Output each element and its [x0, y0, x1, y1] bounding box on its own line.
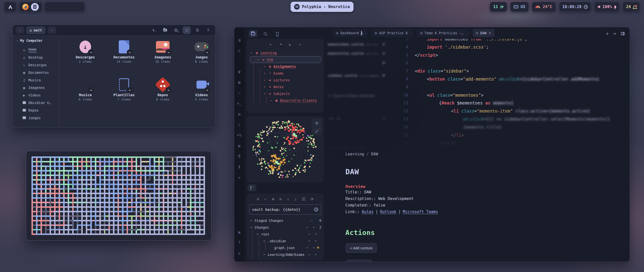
refresh-icon[interactable]: ⟳: [311, 197, 314, 201]
push-icon[interactable]: ↑: [287, 197, 289, 201]
dashboard-icon[interactable]: ▦: [234, 77, 244, 88]
help-icon[interactable]: ?: [234, 237, 244, 248]
breadcrumb[interactable]: Learning/DAW: [345, 152, 615, 156]
notifications-widget[interactable]: 24: [623, 2, 640, 12]
tab-files[interactable]: [249, 30, 257, 37]
link-aules[interactable]: Aules: [362, 210, 374, 214]
new-note-icon[interactable]: ✎: [269, 43, 271, 47]
sidebar-item[interactable]: Juegos: [17, 114, 59, 122]
tree-item[interactable]: ▸ ≡ Notes: [249, 83, 322, 90]
discard-icon[interactable]: ↶: [308, 253, 310, 256]
new-tab-button[interactable]: +: [606, 31, 609, 36]
discard-icon[interactable]: ↶: [308, 239, 310, 243]
git-tree-row[interactable]: graph.json ↶ + M: [249, 244, 321, 251]
vault-icon[interactable]: ▣: [234, 227, 244, 237]
link-teams[interactable]: Microsoft Teams: [403, 210, 438, 214]
folder-item[interactable]: ↪ Documentos 14 items: [105, 39, 143, 77]
stage-icon[interactable]: +: [315, 253, 317, 256]
stage-icon[interactable]: +: [313, 225, 315, 229]
folder-item[interactable]: ↪ Juegos 8 items: [182, 39, 216, 77]
folder-item[interactable]: ↪ Plantillas 7 items: [105, 77, 143, 115]
templater-icon[interactable]: <%: [234, 130, 244, 141]
sidebar-section-header[interactable]: ▾ My Computer: [17, 39, 59, 43]
editor-tab[interactable]: ▤ ASP Practice 6: [371, 29, 413, 37]
tools-icon[interactable]: ⚒: [234, 172, 244, 183]
tree-item[interactable]: ▸ ▦ Desarrollo-Cliente: [249, 97, 322, 104]
gamepad-icon[interactable]: ▣: [234, 141, 244, 151]
discard-icon[interactable]: ↶: [308, 232, 310, 236]
sidebar-item[interactable]: ▤ Documentos: [17, 69, 59, 76]
folder-item[interactable]: ↪ Musica 6 items: [66, 77, 104, 115]
toggle-right-sidebar-icon[interactable]: [621, 32, 625, 35]
view-grid-button[interactable]: ∷: [183, 26, 191, 34]
editor-tab[interactable]: ▤ Tema 6 Prácticas -…: [417, 29, 469, 37]
book-icon[interactable]: ▯: [234, 119, 244, 130]
folder-item[interactable]: ↪ Videos 4 items: [182, 77, 216, 115]
forward-button[interactable]: ›: [48, 27, 56, 34]
folder-item[interactable]: ↪ Descargas 2 items: [66, 39, 104, 77]
home-icon[interactable]: ⌂: [234, 45, 244, 56]
now-playing-widget[interactable]: Polyphia - Neurotica: [291, 2, 353, 12]
updates-widget[interactable]: 11 ⟳: [490, 2, 507, 12]
git-tree-row[interactable]: ▾ Changes ↶ + 2: [249, 224, 321, 231]
editor-tab[interactable]: ▤ Dashboard: [333, 29, 368, 37]
tree-item[interactable]: ▾ ◆ DAW: [249, 56, 322, 63]
sidebar-item[interactable]: ♫ Musica: [17, 76, 59, 84]
view-compact-button[interactable]: ⠿: [204, 26, 212, 34]
collapse-all-icon[interactable]: ✕: [299, 43, 301, 46]
git-panel-tab[interactable]: [247, 184, 256, 191]
tab-bookmarks[interactable]: [273, 30, 281, 37]
table-icon[interactable]: ▤: [234, 109, 244, 119]
sort-icon[interactable]: ⇅: [289, 43, 291, 47]
graph-icon[interactable]: ψ: [234, 66, 244, 77]
search-icon[interactable]: [234, 56, 244, 66]
firefox-icon[interactable]: [22, 4, 29, 10]
tree-item[interactable]: ▾ ◎ Subjects: [249, 90, 322, 97]
git-tree-row[interactable]: ▾ Learning/DAW/Exams ↶ +: [249, 251, 321, 258]
launcher-button[interactable]: [4, 2, 17, 12]
terminal-icon[interactable]: >_: [234, 98, 244, 109]
tab-close-icon[interactable]: ×: [489, 31, 491, 35]
open-terminal-button[interactable]: $_: [150, 26, 158, 34]
discard-icon[interactable]: ↶: [306, 225, 308, 229]
sidebar-item[interactable]: ⌂ Desktop: [17, 54, 59, 61]
back-button[interactable]: ‹: [16, 27, 24, 34]
search-button[interactable]: [172, 26, 180, 34]
tree-item[interactable]: ▾ ▨ Learning: [249, 49, 322, 56]
changes-icon[interactable]: ☰: [302, 197, 305, 201]
tab-list-chevron-icon[interactable]: [613, 32, 616, 35]
file-manager-window[interactable]: ‹ ⌂ matt › $_ ∷ ☰ ⠿ ▾ My Computer ⌂: [12, 25, 216, 127]
stage-icon[interactable]: +: [315, 239, 317, 243]
sidebar-item[interactable]: ▶ Videos: [17, 91, 59, 99]
commit-message-input[interactable]: [252, 208, 312, 212]
calendar-icon[interactable]: ▭: [234, 88, 244, 98]
keyboard-layout-widget[interactable]: US: [510, 2, 529, 12]
sidebar-item[interactable]: Repos: [17, 107, 59, 114]
backup-icon[interactable]: ⊙: [257, 197, 259, 201]
git-tree-row[interactable]: ▾ .obsidian ↶ +: [249, 237, 321, 244]
stage-all-icon[interactable]: ⊕: [272, 197, 274, 201]
panel-toggle-icon[interactable]: ◨: [234, 35, 244, 45]
tree-item[interactable]: ▸ ◆ Lectures: [249, 77, 322, 83]
tree-item[interactable]: ▸ ▤ Assignments: [249, 63, 322, 70]
graph-filter-icon[interactable]: [315, 129, 318, 133]
folder-item[interactable]: ↪ Imagenes 10 items: [144, 39, 182, 77]
currency-icon[interactable]: $: [234, 162, 244, 172]
file-search-icon[interactable]: ¶: [234, 151, 244, 162]
tree-item[interactable]: ▸ ! Exams: [249, 70, 322, 77]
stage-icon[interactable]: +: [313, 246, 315, 250]
add-note-button[interactable]: + Add Note: [345, 260, 373, 262]
git-tree-row[interactable]: ▾ Staged Changes — 0: [249, 217, 321, 224]
tab-search[interactable]: [261, 30, 269, 37]
volume-widget[interactable]: 100%: [594, 2, 620, 12]
unstage-all-icon[interactable]: ⊖: [279, 197, 281, 201]
git-tree-row[interactable]: ▾ root ↶ +: [249, 231, 321, 237]
view-list-button[interactable]: ☰: [193, 26, 202, 34]
sidebar-item[interactable]: ⌂ Home: [17, 46, 59, 54]
commit-icon[interactable]: ✓: [264, 197, 266, 201]
new-folder-button[interactable]: [161, 26, 169, 34]
clear-message-icon[interactable]: ×: [314, 207, 318, 212]
editor-tab[interactable]: ▤ DAW ×: [473, 29, 495, 37]
document-app-icon[interactable]: [31, 3, 39, 11]
link-outlook[interactable]: Outlook: [380, 210, 396, 214]
